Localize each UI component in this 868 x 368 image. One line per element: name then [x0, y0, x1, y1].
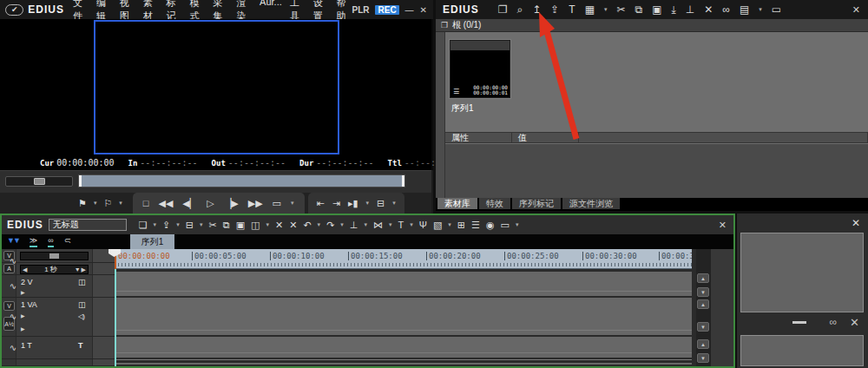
sequence-tab[interactable]: 序列1: [130, 234, 175, 249]
new-sequence-icon[interactable]: ❏: [139, 220, 148, 231]
lane-2a-partial[interactable]: [115, 363, 692, 366]
set-out-dropdown-icon[interactable]: ▾: [119, 200, 122, 207]
set-out-point-button[interactable]: ⚐: [103, 198, 112, 209]
fast-forward-button[interactable]: ▶▶: [248, 198, 263, 209]
timeline-ruler[interactable]: 00:00:00:00 00:00:05:00 00:00:10:00 00:0…: [115, 249, 692, 269]
timescale-right-icon[interactable]: ▶: [82, 266, 86, 273]
patch-icon[interactable]: ∿: [2, 256, 24, 266]
layout-dropdown-icon[interactable]: ▾: [516, 221, 519, 228]
patch-icon[interactable]: ∿: [2, 343, 24, 352]
delete-parts-icon[interactable]: ✕: [275, 220, 283, 231]
new-dropdown-icon[interactable]: ▾: [154, 221, 157, 228]
add-cut-dropdown-icon[interactable]: ▾: [364, 221, 367, 228]
paste-icon[interactable]: ▣: [236, 220, 245, 231]
scroll-up-button[interactable]: ▲: [697, 273, 709, 283]
next-frame-button[interactable]: ▕▶: [224, 198, 239, 209]
play-around-dropdown-icon[interactable]: ▾: [366, 200, 370, 207]
paste-icon[interactable]: ▣: [652, 3, 661, 16]
redo-icon[interactable]: ↷: [326, 220, 334, 231]
link-icon[interactable]: ∞: [722, 3, 730, 16]
new-folder-icon[interactable]: ❐: [498, 3, 508, 16]
shuttle-slider[interactable]: [5, 176, 73, 187]
minimize-button[interactable]: —: [405, 5, 414, 15]
layout-icon[interactable]: ▭: [501, 220, 510, 231]
open-project-icon[interactable]: ⇪: [162, 220, 170, 231]
bin-folder-bar[interactable]: ❐ 根 (0/1): [436, 19, 868, 32]
property-column-header[interactable]: 属性: [445, 133, 512, 142]
shuttle-handle[interactable]: [34, 178, 45, 185]
project-title-field[interactable]: 无标题: [49, 219, 127, 231]
duplicate-dropdown-icon[interactable]: ▾: [266, 221, 269, 228]
monitor-mode-button[interactable]: ▭: [273, 198, 281, 209]
grid-view-icon[interactable]: ⊞: [457, 220, 465, 231]
trim-mode-icon[interactable]: ⋈: [373, 220, 383, 231]
goto-out-button[interactable]: ⇥: [332, 198, 340, 209]
ripple-delete-icon[interactable]: ✕: [289, 220, 297, 231]
scroll-up-button[interactable]: ▲: [697, 299, 709, 309]
timeline-close-button[interactable]: ✕: [719, 220, 733, 231]
search-icon[interactable]: ⌕: [516, 3, 523, 16]
play-button[interactable]: ▷: [207, 198, 214, 209]
track-header-2a-partial[interactable]: 2 A: [2, 363, 115, 366]
track-height-slider[interactable]: [20, 252, 89, 260]
timescale-selector[interactable]: ◀ 1 秒 ▼ ▶: [20, 265, 89, 274]
track-height-handle[interactable]: [49, 253, 59, 259]
lane-1t[interactable]: [115, 337, 692, 359]
up-level-icon[interactable]: ↥: [532, 3, 541, 16]
set-in-point-button[interactable]: ⚑: [78, 198, 87, 209]
lane-2v[interactable]: [115, 272, 692, 298]
voiceover-icon[interactable]: Ψ: [419, 220, 427, 230]
title-tool-icon[interactable]: T: [398, 220, 404, 230]
previous-frame-button[interactable]: ◀▏: [182, 198, 197, 209]
patch-icon[interactable]: ∿: [2, 312, 24, 321]
save-dropdown-icon[interactable]: ▾: [200, 221, 203, 228]
value-column-header[interactable]: 值: [512, 133, 579, 142]
export-button[interactable]: ⊟: [377, 198, 385, 209]
tab-effects[interactable]: 特效: [479, 198, 510, 209]
undo-icon[interactable]: ↶: [303, 220, 311, 231]
rewind-button[interactable]: ◀◀: [158, 198, 173, 209]
lane-1va[interactable]: [115, 298, 692, 337]
player-mode-button[interactable]: PLR: [352, 5, 369, 15]
play-around-cursor-button[interactable]: ▸▮: [348, 198, 358, 209]
insert-mode-icon[interactable]: ≫: [30, 236, 37, 247]
duplicate-icon[interactable]: ◫: [251, 220, 260, 231]
clip-name-label[interactable]: 序列1: [451, 102, 474, 115]
color-correction-icon[interactable]: ▧: [433, 220, 442, 231]
ripple-mode-icon[interactable]: ∞: [48, 236, 53, 247]
title-dropdown-icon[interactable]: ▾: [410, 221, 413, 228]
add-cut-point-icon[interactable]: ⊥: [350, 220, 358, 231]
scroll-down-button[interactable]: ▼: [697, 353, 709, 363]
position-bar[interactable]: [78, 174, 405, 187]
overwrite-icon[interactable]: ⊥: [686, 3, 694, 16]
color-wheel-icon[interactable]: ◉: [486, 220, 495, 231]
trim-dropdown-icon[interactable]: ▾: [389, 221, 392, 228]
pin-icon[interactable]: ⤓: [672, 3, 676, 16]
redo-dropdown-icon[interactable]: ▾: [340, 221, 344, 228]
open-dropdown-icon[interactable]: ▾: [176, 221, 180, 228]
camera-icon[interactable]: ∞: [829, 316, 837, 328]
speaker-icon[interactable]: ◁): [78, 312, 84, 320]
set-in-dropdown-icon[interactable]: ▾: [94, 200, 97, 207]
scroll-down-button[interactable]: ▼: [697, 287, 709, 297]
toolbox-icon[interactable]: ▭: [772, 3, 781, 16]
tab-sequence-marker[interactable]: 序列标记: [512, 198, 561, 209]
tab-source-browser[interactable]: 源文件浏览: [562, 198, 620, 209]
patch-icon[interactable]: ∿: [2, 281, 24, 291]
copy-icon[interactable]: ⧉: [635, 3, 643, 16]
scroll-up-button[interactable]: ▲: [697, 339, 709, 349]
view-dropdown-icon[interactable]: ▾: [759, 6, 762, 13]
sequence-clip-thumbnail[interactable]: 00:00:00:00 00:00:00:01 ☰: [450, 40, 510, 98]
stop-button[interactable]: □: [143, 198, 149, 208]
va-video-mute-button[interactable]: V: [3, 301, 15, 311]
undo-dropdown-icon[interactable]: ▾: [318, 221, 321, 228]
add-clip-icon[interactable]: ⇪: [550, 3, 559, 16]
expand-audio-icon[interactable]: ▶: [21, 325, 25, 332]
tab-bin[interactable]: 素材库: [437, 198, 477, 209]
aux-close-button[interactable]: ✕: [852, 217, 860, 229]
timescale-dropdown-icon[interactable]: ▼: [75, 266, 81, 273]
view-mode-icon[interactable]: ▤: [740, 3, 749, 16]
cut-icon[interactable]: ✂: [209, 220, 217, 231]
recorder-mode-button[interactable]: REC: [375, 5, 398, 15]
cut-icon[interactable]: ✂: [617, 3, 626, 16]
